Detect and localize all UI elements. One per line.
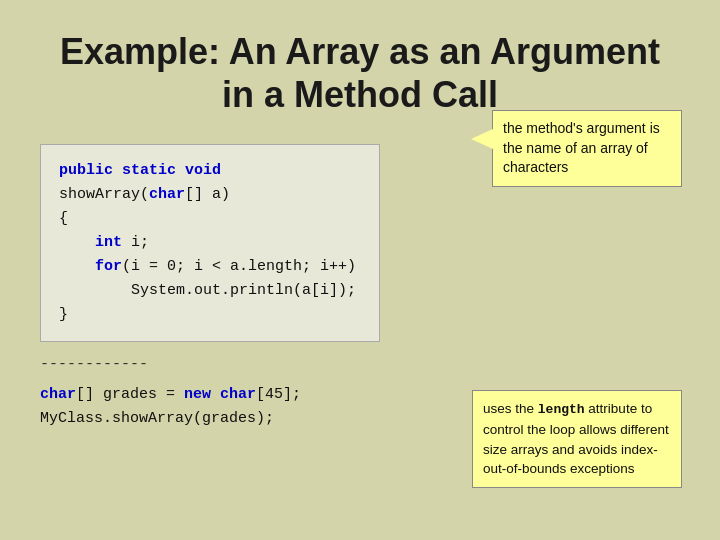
title-line1: Example: An Array as an Argument xyxy=(60,31,660,72)
code-extra-block: char[] grades = new char[45]; MyClass.sh… xyxy=(40,383,380,431)
slide-title: Example: An Array as an Argument in a Me… xyxy=(40,30,680,116)
code-line-2: { xyxy=(59,207,361,231)
code-extra-line-2: MyClass.showArray(grades); xyxy=(40,407,380,431)
callout-bottom: uses the length attribute to control the… xyxy=(472,390,682,488)
callout-bottom-code: length xyxy=(538,402,585,417)
callout-bottom-prefix: uses the xyxy=(483,401,538,416)
divider: ------------ xyxy=(40,356,148,373)
code-line-4: for(i = 0; i < a.length; i++) xyxy=(59,255,361,279)
code-line-3: int i; xyxy=(59,231,361,255)
code-extra-line-1: char[] grades = new char[45]; xyxy=(40,383,380,407)
title-line2: in a Method Call xyxy=(222,74,498,115)
content-area: public static void showArray(char[] a) {… xyxy=(40,144,680,431)
code-line-6: } xyxy=(59,303,361,327)
code-line-1: public static void showArray(char[] a) xyxy=(59,159,361,207)
callout-top: the method's argument is the name of an … xyxy=(492,110,682,187)
callout-top-text: the method's argument is the name of an … xyxy=(503,120,660,175)
slide: Example: An Array as an Argument in a Me… xyxy=(0,0,720,540)
code-block: public static void showArray(char[] a) {… xyxy=(40,144,380,342)
code-line-5: System.out.println(a[i]); xyxy=(59,279,361,303)
